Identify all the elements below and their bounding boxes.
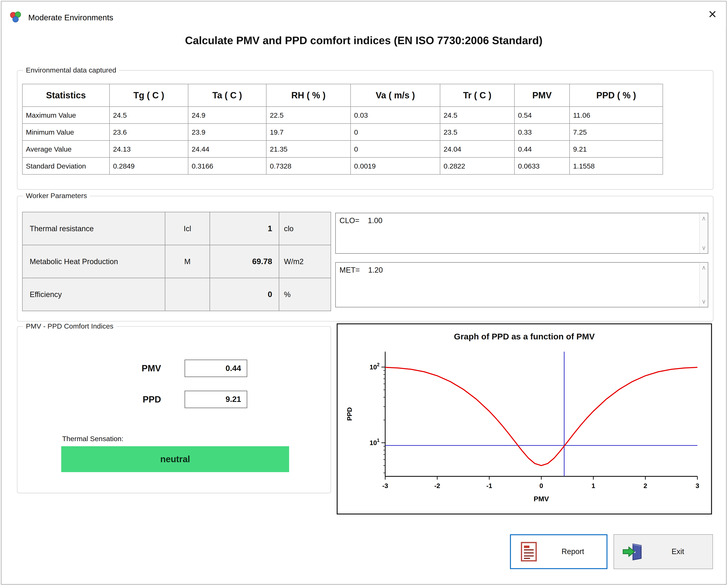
thermal-sensation-label: Thermal Sensation: [62,434,124,443]
exit-button-label: Exit [643,548,712,556]
env-row-label: Maximum Value [22,107,109,124]
exit-door-icon [622,542,643,561]
env-cell: 24.5 [440,107,515,124]
env-table-body: Maximum Value24.524.922.50.0324.50.5411.… [22,107,663,175]
env-cell: 19.7 [266,124,350,140]
worker-param-name: Efficiency [22,278,165,311]
env-table-row: Standard Deviation0.28490.31660.73280.00… [22,158,663,175]
report-icon [518,541,539,562]
env-column-header: Statistics [22,84,109,107]
env-column-header: Tr ( C ) [440,84,515,107]
env-column-header: PMV [515,84,569,107]
environmental-table: StatisticsTg ( C )Ta ( C )RH ( % )Va ( m… [22,84,663,175]
svg-text:-2: -2 [434,482,440,489]
svg-text:2: 2 [644,482,647,489]
env-row-label: Minimum Value [22,124,109,140]
svg-text:0: 0 [540,482,543,489]
svg-text:PMV: PMV [534,495,549,503]
env-cell: 0.2822 [440,158,515,175]
report-button[interactable]: Report [510,534,607,569]
scroll-up-icon[interactable]: ∧ [700,215,708,221]
thermal-sensation-result: neutral [61,446,289,472]
svg-text:101: 101 [369,437,380,447]
clo-text: CLO= 1.00 [340,217,383,225]
app-window: Moderate Environments × Calculate PMV an… [1,1,727,585]
env-cell: 0.03 [350,107,440,124]
worker-param-value: 0 [210,278,279,311]
worker-param-symbol: Icl [165,212,210,245]
worker-param-unit: % [279,278,331,311]
chart-plot-area: -3-2-10123101102PMVPPD [338,324,711,513]
env-cell: 24.44 [188,140,266,158]
env-cell: 24.5 [109,107,188,124]
env-cell: 0.0633 [515,158,569,175]
met-text: MET= 1.20 [340,266,383,274]
worker-parameters-group-label: Worker Parameters [23,192,90,200]
report-button-label: Report [539,548,606,556]
app-icon [9,11,22,23]
met-scrollbar[interactable]: ∧ ∨ [699,263,708,307]
scroll-down-icon[interactable]: ∨ [700,298,708,305]
met-textbox[interactable]: MET= 1.20 ∧ ∨ [335,262,708,307]
scroll-up-icon[interactable]: ∧ [700,265,708,271]
env-cell: 24.13 [109,140,188,158]
env-cell: 9.21 [569,140,663,158]
screen: Moderate Environments × Calculate PMV an… [0,0,728,586]
env-cell: 23.6 [109,124,188,140]
env-cell: 23.9 [188,124,266,140]
environmental-group: Environmental data captured StatisticsTg… [17,70,713,190]
env-cell: 22.5 [266,107,350,124]
env-cell: 0.33 [515,124,569,140]
env-column-header: Tg ( C ) [109,84,188,107]
env-column-header: PPD ( % ) [569,84,663,107]
page-title: Calculate PMV and PPD comfort indices (E… [1,34,726,47]
comfort-indices-group-label: PMV - PPD Comfort Indices [23,322,116,330]
clo-textbox[interactable]: CLO= 1.00 ∧ ∨ [335,213,708,254]
svg-text:-3: -3 [382,482,388,489]
env-column-header: RH ( % ) [266,84,350,107]
pmv-value-field[interactable]: 0.44 [185,360,247,377]
title-bar: Moderate Environments × [1,1,726,28]
worker-parameters-table: Thermal resistanceIcl1cloMetabolic Heat … [22,212,331,311]
worker-param-value: 1 [210,212,279,245]
close-button[interactable]: × [703,4,722,24]
window-title: Moderate Environments [28,13,113,23]
env-row-label: Average Value [22,140,109,158]
svg-text:3: 3 [696,482,699,489]
worker-param-unit: clo [279,212,331,245]
svg-text:1: 1 [592,482,595,489]
ppd-label: PPD [100,394,161,405]
clo-scrollbar[interactable]: ∧ ∨ [699,213,708,253]
env-table-row: Average Value24.1324.4421.35024.040.449.… [22,140,663,158]
worker-row: Metabolic Heat ProductionM69.78W/m2 [22,245,331,278]
env-cell: 23.5 [440,124,515,140]
env-table-row: Minimum Value23.623.919.7023.50.337.25 [22,124,663,140]
env-cell: 24.9 [188,107,266,124]
worker-param-symbol: M [165,245,210,278]
worker-param-name: Metabolic Heat Production [22,245,165,278]
exit-button[interactable]: Exit [614,534,713,569]
env-cell: 1.1558 [569,158,663,175]
env-column-header: Va ( m/s ) [350,84,440,107]
worker-row: Efficiency0% [22,278,331,311]
env-row-label: Standard Deviation [22,158,109,175]
env-cell: 0.54 [515,107,569,124]
env-table-row: Maximum Value24.524.922.50.0324.50.5411.… [22,107,663,124]
env-cell: 0.0019 [350,158,440,175]
scaled-canvas: Moderate Environments × Calculate PMV an… [0,0,728,586]
svg-text:-1: -1 [486,482,492,489]
env-cell: 0.7328 [266,158,350,175]
ppd-value-field[interactable]: 9.21 [185,391,247,408]
svg-text:102: 102 [369,362,380,371]
env-cell: 21.35 [266,140,350,158]
comfort-indices-group: PMV - PPD Comfort Indices PMV 0.44 PPD 9… [17,326,331,494]
ppd-pmv-chart: Graph of PPD as a function of PMV -3-2-1… [337,323,712,515]
scroll-down-icon[interactable]: ∨ [700,245,708,251]
env-cell: 7.25 [569,124,663,140]
worker-table-body: Thermal resistanceIcl1cloMetabolic Heat … [22,212,331,311]
pmv-label: PMV [100,364,161,374]
env-cell: 11.06 [569,107,663,124]
worker-param-symbol [165,278,210,311]
env-cell: 0.44 [515,140,569,158]
worker-param-name: Thermal resistance [22,212,165,245]
